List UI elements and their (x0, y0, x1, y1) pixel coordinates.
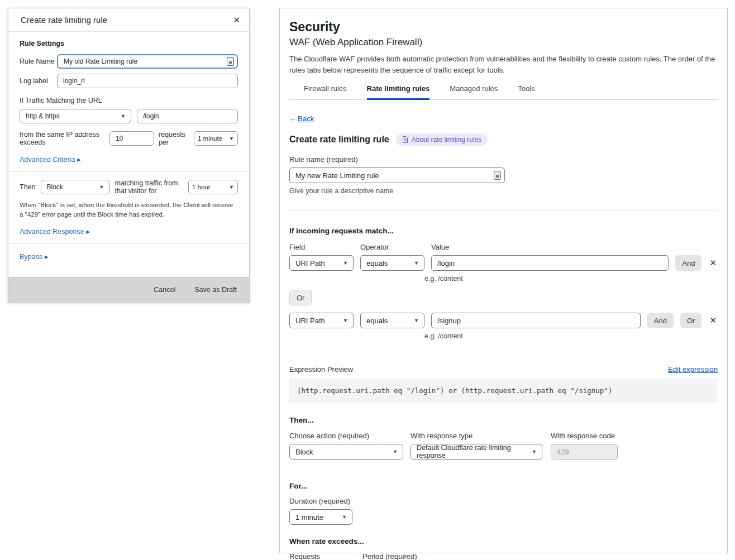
chevron-down-icon: ▼ (342, 515, 347, 520)
rule-name-input[interactable] (289, 167, 505, 183)
requests-per-text: requests per (159, 131, 189, 146)
field-column-label: Field (289, 243, 354, 251)
dialog-header: Create rate limiting rule ✕ (8, 8, 249, 32)
triangle-right-icon: ▶ (86, 229, 90, 234)
divider (8, 243, 249, 244)
url-match-row: http & https ▼ (20, 109, 238, 123)
divider (8, 171, 249, 172)
for-section-title: For... (289, 482, 718, 490)
response-code-input (551, 444, 618, 460)
save-as-draft-button[interactable]: Save as Draft (194, 286, 237, 294)
value-input-2[interactable] (431, 313, 641, 328)
chevron-down-icon: ▼ (414, 318, 419, 323)
triangle-right-icon: ▶ (45, 254, 49, 260)
and-button-row-2[interactable]: And (647, 313, 674, 328)
tab-rate-limiting-rules[interactable]: Rate limiting rules (367, 84, 430, 100)
cancel-button[interactable]: Cancel (154, 286, 175, 294)
rule-name-label: Rule name (required) (289, 155, 718, 164)
create-rate-limiting-rule-dialog: Create rate limiting rule ✕ Rule Setting… (8, 8, 250, 303)
chevron-down-icon: ▼ (343, 261, 348, 266)
block-duration-select[interactable]: 1 hour ▼ (188, 180, 238, 194)
page-description: The Cloudflare WAF provides both automat… (289, 54, 717, 75)
or-button-row-2[interactable]: Or (680, 313, 701, 328)
edit-expression-link[interactable]: Edit expression (668, 365, 718, 374)
match-row-1: URI Path ▼ equals ▼ And ✕ (289, 255, 718, 271)
chevron-down-icon: ▼ (229, 185, 234, 190)
dialog-footer: Cancel Save as Draft (8, 277, 249, 302)
response-code-label: With response code (551, 432, 615, 440)
bypass-link[interactable]: Bypass ▶ (20, 253, 49, 261)
operator-column-label: Operator (360, 243, 424, 251)
left-arrow-icon: ← (289, 114, 297, 123)
remove-row-icon[interactable]: ✕ (708, 258, 718, 268)
page-subtitle: WAF (Web Application Firewall) (289, 37, 718, 48)
value-hint-2: e.g. /content (424, 332, 718, 340)
advanced-criteria-link[interactable]: Advanced Criteria ▶ (20, 156, 81, 164)
action-select[interactable]: Block ▼ (41, 180, 110, 194)
tab-tools[interactable]: Tools (518, 84, 534, 100)
requests-count-input[interactable] (109, 131, 154, 146)
tab-firewall-rules[interactable]: Firewall rules (304, 84, 347, 100)
threshold-row: from the same IP address exceeds request… (20, 131, 238, 146)
remove-row-icon[interactable]: ✕ (708, 315, 718, 326)
close-icon[interactable]: ✕ (233, 16, 240, 24)
about-rate-limiting-badge[interactable]: About rate limiting rules (396, 133, 488, 146)
dialog-body: Rule Settings Rule Name Log label If Tra… (8, 32, 249, 271)
advanced-response-link[interactable]: Advanced Response ▶ (20, 228, 90, 236)
match-section-title: If incoming requests match... (289, 227, 718, 235)
expression-code: (http.request.uri.path eq "/login") or (… (289, 379, 718, 403)
rule-name-input[interactable] (57, 54, 238, 69)
page-title: Security (289, 20, 718, 35)
log-label-label: Log label (20, 77, 57, 85)
operator-select-2[interactable]: equals ▼ (360, 313, 424, 328)
block-note: When "Block" is set, when the threshold … (20, 200, 238, 220)
value-input-1[interactable] (431, 255, 669, 271)
security-waf-panel: Security WAF (Web Application Firewall) … (279, 8, 728, 553)
triangle-right-icon: ▶ (77, 157, 81, 162)
divider (289, 210, 718, 211)
action-select[interactable]: Block ▼ (289, 444, 403, 460)
field-select-1[interactable]: URI Path ▼ (289, 255, 354, 271)
and-button-row-1[interactable]: And (675, 255, 701, 271)
response-type-label: With response type (411, 432, 551, 440)
chevron-down-icon: ▼ (414, 261, 419, 266)
chevron-down-icon: ▼ (229, 136, 234, 141)
create-rule-heading: Create rate limiting rule (289, 135, 389, 145)
matching-text: matching traffic from that visitor for (115, 179, 184, 195)
scheme-select[interactable]: http & https ▼ (20, 109, 131, 123)
duration-label: Duration (required) (289, 497, 718, 505)
rule-name-help: Give your rule a descriptive name (289, 187, 718, 195)
log-label-input[interactable] (57, 74, 238, 88)
back-link[interactable]: ← Back (289, 114, 314, 123)
period-label: Period (required) (362, 552, 417, 560)
requests-label: Requests (required) (289, 552, 347, 560)
duration-select[interactable]: 1 minute ▼ (289, 509, 352, 525)
rule-name-row: Rule Name (20, 54, 238, 69)
password-manager-icon[interactable] (227, 57, 234, 66)
tab-bar: Firewall rules Rate limiting rules Manag… (289, 84, 718, 100)
chevron-down-icon: ▼ (99, 185, 104, 190)
or-connector-button[interactable]: Or (289, 290, 312, 305)
tab-managed-rules[interactable]: Managed rules (450, 84, 498, 100)
match-row-2: URI Path ▼ equals ▼ And Or ✕ (289, 313, 718, 328)
field-select-2[interactable]: URI Path ▼ (289, 313, 354, 328)
document-icon (402, 136, 408, 143)
response-type-select[interactable]: Default Cloudflare rate limiting respons… (411, 444, 542, 460)
value-hint-1: e.g. /content (424, 275, 718, 283)
then-row: Then Block ▼ matching traffic from that … (20, 179, 238, 195)
url-input[interactable] (137, 109, 238, 123)
then-section-title: Then... (289, 416, 718, 424)
log-label-row: Log label (20, 74, 238, 88)
exceeds-text: from the same IP address exceeds (20, 131, 105, 146)
chevron-down-icon: ▼ (532, 449, 537, 454)
password-manager-icon[interactable] (494, 171, 501, 180)
chevron-down-icon: ▼ (121, 114, 126, 119)
operator-select-1[interactable]: equals ▼ (360, 255, 424, 271)
value-column-label: Value (431, 243, 718, 251)
rate-section-title: When rate exceeds... (289, 537, 718, 545)
chevron-down-icon: ▼ (393, 449, 398, 454)
chevron-down-icon: ▼ (343, 318, 348, 323)
expression-preview-label: Expression Preview (289, 365, 353, 374)
period-select[interactable]: 1 minute ▼ (194, 131, 238, 146)
rule-settings-heading: Rule Settings (20, 40, 238, 47)
